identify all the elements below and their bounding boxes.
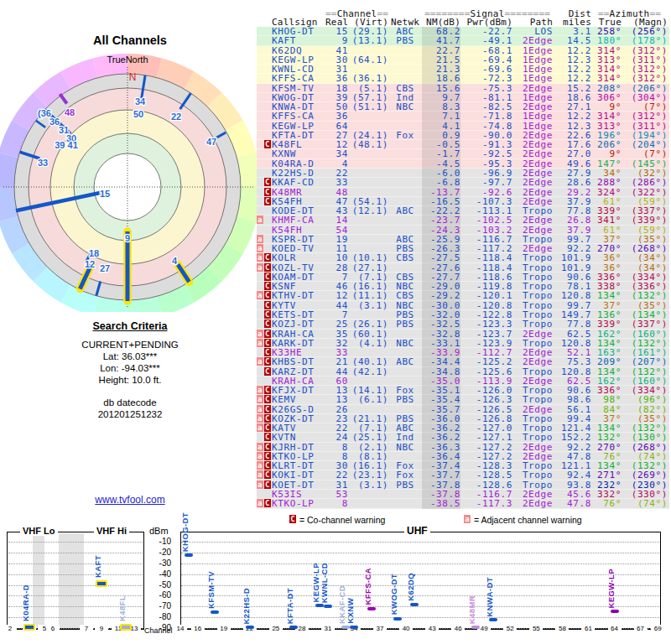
vi-cell: (23.1) — [348, 470, 388, 480]
vi-cell: (12.1) — [348, 206, 388, 216]
table-row: KFSM-TV18(5.1)CBS15.6-75.32Edge15.2208°(… — [257, 84, 669, 93]
dbm-tick-label: -70 — [146, 601, 171, 610]
mi-cell: 47.8 — [553, 499, 591, 508]
vi-cell: (60.1) — [348, 330, 388, 339]
mi-cell: 12.3 — [553, 122, 591, 131]
tr-cell: 336° — [591, 386, 622, 395]
station-marker — [246, 626, 254, 629]
tvfool-link[interactable]: www.tvfool.com — [75, 494, 185, 506]
re-cell: 15 — [325, 27, 348, 36]
mi-cell: 92.2 — [553, 244, 591, 253]
cs-cell: KEMV — [272, 395, 325, 404]
table-row: aKSPR-DT19ABC-25.9-116.7Tropo99.737°(35°… — [257, 235, 669, 244]
pw-cell: -126.5 — [460, 405, 512, 414]
table-row: KAFT9(13.1)PBS41.7-49.12Edge14.5180°(178… — [257, 36, 669, 45]
warning-spacer — [257, 149, 263, 158]
station-marker — [611, 610, 619, 613]
table-row: K53IS53-37.8-116.72Edge45.6332°(330°) — [257, 490, 669, 499]
pa-cell: Tropo — [512, 395, 553, 404]
station-marker — [120, 624, 132, 631]
channel-tick-label: 37 — [373, 625, 387, 633]
nw-cell: ABC — [388, 206, 422, 216]
warning-spacer — [264, 84, 271, 92]
nm-cell: -25.9 — [422, 235, 460, 244]
nw-cell: Fox — [388, 386, 422, 395]
warning-spacer — [264, 55, 271, 64]
warning-spacer — [257, 490, 263, 498]
pw-cell: -118.6 — [460, 273, 512, 282]
table-row: K54FH54-24.3-103.22Edge37.961°(59°) — [257, 226, 669, 235]
nm-cell: -38.5 — [422, 499, 460, 508]
nw-cell: PBS — [388, 480, 422, 490]
channel-tick-label: 55 — [529, 625, 543, 633]
nw-cell: PBS — [388, 244, 422, 253]
mi-cell: 93.8 — [553, 480, 591, 490]
re-cell: 44 — [325, 301, 348, 310]
re-cell: 23 — [325, 414, 348, 423]
vi-cell: (4.1) — [348, 339, 388, 348]
col-header: Path — [512, 18, 553, 27]
re-cell: 22 — [325, 470, 348, 480]
gridline — [8, 542, 143, 543]
co-channel-warning-badge: C — [264, 140, 271, 148]
pa-cell: 2Edge — [512, 188, 553, 197]
nw-cell: PBS — [388, 310, 422, 319]
warning-spacer — [257, 367, 263, 376]
pw-cell: -126.3 — [460, 395, 512, 404]
mi-cell: 3.1 — [553, 27, 591, 36]
tr-cell: 313° — [591, 122, 622, 131]
pa-cell: Tropo — [512, 291, 553, 300]
mg-cell: (304°) — [622, 93, 668, 102]
dbm-tick-label: -60 — [146, 590, 171, 600]
station-marker — [471, 626, 480, 629]
mg-cell: (132°) — [622, 339, 668, 348]
gridline — [181, 553, 659, 553]
nm-cell: 4.1 — [422, 122, 460, 131]
mi-cell: 62.5 — [553, 377, 591, 386]
nw-cell: ABC — [388, 423, 422, 433]
nm-cell: 21.5 — [422, 55, 460, 65]
co-channel-warning-badge: C — [264, 253, 271, 262]
mi-cell: 149.7 — [553, 310, 591, 319]
cs-cell: KOZJ-DT — [272, 319, 325, 329]
vi-cell — [348, 149, 388, 158]
vi-cell — [348, 235, 388, 244]
mi-cell: 152.2 — [553, 433, 591, 442]
warning-spacer — [257, 65, 263, 73]
nm-cell: -32.8 — [422, 330, 460, 339]
re-cell: 30 — [325, 55, 348, 65]
re-cell: 14 — [325, 216, 348, 225]
pw-cell: -125.6 — [460, 367, 512, 377]
table-row: KEGW-LP644.1-74.81Edge12.3313°(311°) — [257, 122, 669, 131]
co-channel-warning-badge: C — [264, 263, 271, 272]
table-row: K04RA-D4-4.5-95.32Edge49.6147°(145°) — [257, 159, 669, 169]
cs-cell: KVTN — [272, 433, 325, 442]
station-marker — [23, 624, 35, 631]
vhf-lo-title: VHF Lo — [20, 526, 58, 536]
datecode-value: 201201251232 — [46, 408, 214, 420]
mg-cell: (268°) — [622, 443, 668, 452]
station-marker — [341, 626, 350, 629]
re-cell: 10 — [325, 253, 348, 262]
nm-cell: -37.4 — [422, 461, 460, 470]
adjacent-channel-legend: a = Adjacent channel warning — [464, 515, 582, 525]
nw-cell: CBS — [388, 253, 422, 262]
table-row: CKOZJ-DT25(26.1)PBS-32.5-123.3Tropo77.83… — [257, 319, 669, 329]
search-criteria: Search Criteria CURRENT+PENDING Lat: 36.… — [46, 320, 214, 420]
pa-cell: 2Edge — [512, 348, 553, 357]
vi-cell: (3.1) — [348, 301, 388, 310]
re-cell: 25 — [325, 319, 348, 329]
re-cell: 21 — [325, 357, 348, 366]
pa-cell: Tropo — [512, 310, 553, 319]
mi-cell: 120.8 — [553, 339, 591, 348]
radar-channel-label: 39 41 — [55, 140, 78, 150]
radar-channel-label: 34 — [135, 96, 146, 106]
co-channel-warning-badge: C — [264, 273, 271, 281]
nm-cell: -36.2 — [422, 423, 460, 433]
re-cell: 43 — [325, 206, 348, 216]
co-channel-warning-icon: C — [289, 515, 296, 523]
re-cell: 8 — [325, 499, 348, 508]
col-header: Callsign — [272, 18, 325, 27]
cs-cell: K48FL — [272, 140, 325, 149]
tr-cell: 163° — [591, 348, 622, 357]
